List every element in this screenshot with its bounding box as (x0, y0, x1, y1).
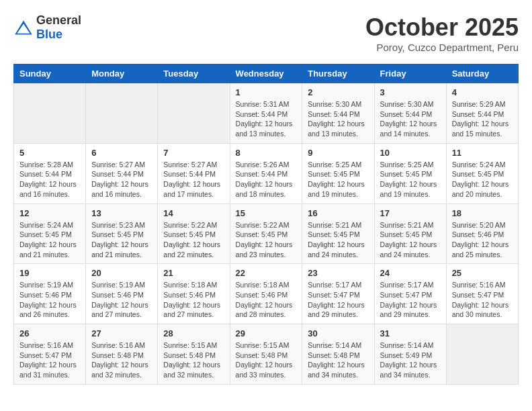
calendar-cell: 31Sunrise: 5:14 AM Sunset: 5:49 PM Dayli… (374, 324, 446, 385)
logo-icon (13, 19, 34, 36)
week-row-2: 5Sunrise: 5:28 AM Sunset: 5:44 PM Daylig… (14, 143, 519, 203)
day-number: 19 (19, 268, 80, 278)
calendar-cell: 27Sunrise: 5:16 AM Sunset: 5:48 PM Dayli… (86, 324, 158, 385)
day-info: Sunrise: 5:14 AM Sunset: 5:49 PM Dayligh… (380, 340, 441, 380)
calendar-table: SundayMondayTuesdayWednesdayThursdayFrid… (13, 64, 519, 385)
week-row-4: 19Sunrise: 5:19 AM Sunset: 5:46 PM Dayli… (14, 264, 519, 324)
calendar-cell: 10Sunrise: 5:25 AM Sunset: 5:45 PM Dayli… (374, 143, 446, 203)
day-info: Sunrise: 5:29 AM Sunset: 5:44 PM Dayligh… (452, 99, 513, 139)
week-row-3: 12Sunrise: 5:24 AM Sunset: 5:45 PM Dayli… (14, 203, 519, 264)
calendar-cell: 30Sunrise: 5:14 AM Sunset: 5:48 PM Dayli… (302, 324, 374, 385)
title-block: October 2025 Poroy, Cuzco Department, Pe… (365, 13, 519, 53)
day-info: Sunrise: 5:17 AM Sunset: 5:47 PM Dayligh… (380, 280, 441, 320)
calendar-cell (446, 324, 518, 385)
weekday-header-saturday: Saturday (446, 64, 518, 83)
calendar-cell: 13Sunrise: 5:23 AM Sunset: 5:45 PM Dayli… (86, 203, 158, 264)
day-info: Sunrise: 5:17 AM Sunset: 5:47 PM Dayligh… (308, 280, 368, 320)
weekday-header-friday: Friday (374, 64, 446, 83)
day-info: Sunrise: 5:24 AM Sunset: 5:45 PM Dayligh… (452, 160, 513, 199)
week-row-5: 26Sunrise: 5:16 AM Sunset: 5:47 PM Dayli… (14, 324, 519, 385)
day-number: 17 (380, 208, 441, 218)
day-info: Sunrise: 5:23 AM Sunset: 5:45 PM Dayligh… (91, 220, 152, 260)
day-number: 13 (91, 208, 152, 218)
day-info: Sunrise: 5:15 AM Sunset: 5:48 PM Dayligh… (163, 340, 224, 380)
calendar-cell: 23Sunrise: 5:17 AM Sunset: 5:47 PM Dayli… (302, 264, 374, 324)
day-number: 29 (236, 328, 297, 338)
day-number: 23 (308, 268, 368, 278)
weekday-header-tuesday: Tuesday (158, 64, 230, 83)
day-number: 12 (19, 208, 80, 218)
day-info: Sunrise: 5:25 AM Sunset: 5:45 PM Dayligh… (308, 160, 368, 199)
calendar-cell: 4Sunrise: 5:29 AM Sunset: 5:44 PM Daylig… (446, 83, 518, 144)
day-number: 3 (380, 87, 441, 97)
day-number: 24 (380, 268, 441, 278)
day-number: 9 (308, 148, 368, 158)
day-number: 25 (452, 268, 513, 278)
calendar-cell: 25Sunrise: 5:16 AM Sunset: 5:47 PM Dayli… (446, 264, 518, 324)
calendar-cell: 16Sunrise: 5:21 AM Sunset: 5:45 PM Dayli… (302, 203, 374, 264)
calendar-cell: 19Sunrise: 5:19 AM Sunset: 5:46 PM Dayli… (14, 264, 86, 324)
day-number: 15 (236, 208, 297, 218)
day-number: 22 (236, 268, 297, 278)
month-title: October 2025 (365, 13, 519, 42)
day-number: 11 (452, 148, 513, 158)
day-number: 18 (452, 208, 513, 218)
day-number: 4 (452, 87, 513, 97)
calendar-cell: 24Sunrise: 5:17 AM Sunset: 5:47 PM Dayli… (374, 264, 446, 324)
calendar-cell: 6Sunrise: 5:27 AM Sunset: 5:44 PM Daylig… (86, 143, 158, 203)
calendar-cell (86, 83, 158, 144)
day-info: Sunrise: 5:15 AM Sunset: 5:48 PM Dayligh… (236, 340, 297, 380)
calendar-cell: 15Sunrise: 5:22 AM Sunset: 5:45 PM Dayli… (230, 203, 302, 264)
day-number: 26 (19, 328, 80, 338)
logo-blue: Blue (36, 28, 62, 41)
calendar-cell: 2Sunrise: 5:30 AM Sunset: 5:44 PM Daylig… (302, 83, 374, 144)
calendar-cell: 18Sunrise: 5:20 AM Sunset: 5:46 PM Dayli… (446, 203, 518, 264)
day-number: 28 (163, 328, 224, 338)
day-info: Sunrise: 5:30 AM Sunset: 5:44 PM Dayligh… (380, 99, 441, 139)
day-info: Sunrise: 5:19 AM Sunset: 5:46 PM Dayligh… (19, 280, 80, 320)
day-info: Sunrise: 5:30 AM Sunset: 5:44 PM Dayligh… (308, 99, 368, 139)
day-info: Sunrise: 5:26 AM Sunset: 5:44 PM Dayligh… (236, 160, 297, 199)
weekday-header-wednesday: Wednesday (230, 64, 302, 83)
calendar-cell (14, 83, 86, 144)
calendar-cell: 14Sunrise: 5:22 AM Sunset: 5:45 PM Dayli… (158, 203, 230, 264)
day-number: 7 (163, 148, 224, 158)
day-info: Sunrise: 5:20 AM Sunset: 5:46 PM Dayligh… (452, 220, 513, 260)
day-info: Sunrise: 5:27 AM Sunset: 5:44 PM Dayligh… (163, 160, 224, 199)
calendar-cell: 21Sunrise: 5:18 AM Sunset: 5:46 PM Dayli… (158, 264, 230, 324)
day-info: Sunrise: 5:24 AM Sunset: 5:45 PM Dayligh… (19, 220, 80, 260)
day-number: 21 (163, 268, 224, 278)
calendar-cell: 1Sunrise: 5:31 AM Sunset: 5:44 PM Daylig… (230, 83, 302, 144)
calendar-cell: 28Sunrise: 5:15 AM Sunset: 5:48 PM Dayli… (158, 324, 230, 385)
calendar-cell: 17Sunrise: 5:21 AM Sunset: 5:45 PM Dayli… (374, 203, 446, 264)
calendar-cell (158, 83, 230, 144)
day-number: 1 (236, 87, 297, 97)
calendar-cell: 22Sunrise: 5:18 AM Sunset: 5:46 PM Dayli… (230, 264, 302, 324)
calendar-cell: 26Sunrise: 5:16 AM Sunset: 5:47 PM Dayli… (14, 324, 86, 385)
location-subtitle: Poroy, Cuzco Department, Peru (365, 42, 519, 53)
calendar-cell: 29Sunrise: 5:15 AM Sunset: 5:48 PM Dayli… (230, 324, 302, 385)
day-info: Sunrise: 5:22 AM Sunset: 5:45 PM Dayligh… (163, 220, 224, 260)
week-row-1: 1Sunrise: 5:31 AM Sunset: 5:44 PM Daylig… (14, 83, 519, 144)
day-number: 14 (163, 208, 224, 218)
day-number: 8 (236, 148, 297, 158)
day-info: Sunrise: 5:28 AM Sunset: 5:44 PM Dayligh… (19, 160, 80, 199)
day-number: 27 (91, 328, 152, 338)
weekday-header-monday: Monday (86, 64, 158, 83)
day-info: Sunrise: 5:18 AM Sunset: 5:46 PM Dayligh… (163, 280, 224, 320)
logo-general: General (36, 13, 81, 27)
day-number: 20 (91, 268, 152, 278)
day-info: Sunrise: 5:21 AM Sunset: 5:45 PM Dayligh… (308, 220, 368, 260)
calendar-cell: 12Sunrise: 5:24 AM Sunset: 5:45 PM Dayli… (14, 203, 86, 264)
day-number: 31 (380, 328, 441, 338)
day-info: Sunrise: 5:16 AM Sunset: 5:47 PM Dayligh… (19, 340, 80, 380)
calendar-cell: 20Sunrise: 5:19 AM Sunset: 5:46 PM Dayli… (86, 264, 158, 324)
weekday-header-row: SundayMondayTuesdayWednesdayThursdayFrid… (14, 64, 519, 83)
calendar-cell: 3Sunrise: 5:30 AM Sunset: 5:44 PM Daylig… (374, 83, 446, 144)
day-number: 6 (91, 148, 152, 158)
calendar-cell: 7Sunrise: 5:27 AM Sunset: 5:44 PM Daylig… (158, 143, 230, 203)
day-info: Sunrise: 5:18 AM Sunset: 5:46 PM Dayligh… (236, 280, 297, 320)
calendar-cell: 8Sunrise: 5:26 AM Sunset: 5:44 PM Daylig… (230, 143, 302, 203)
day-info: Sunrise: 5:16 AM Sunset: 5:48 PM Dayligh… (91, 340, 152, 380)
day-number: 5 (19, 148, 80, 158)
